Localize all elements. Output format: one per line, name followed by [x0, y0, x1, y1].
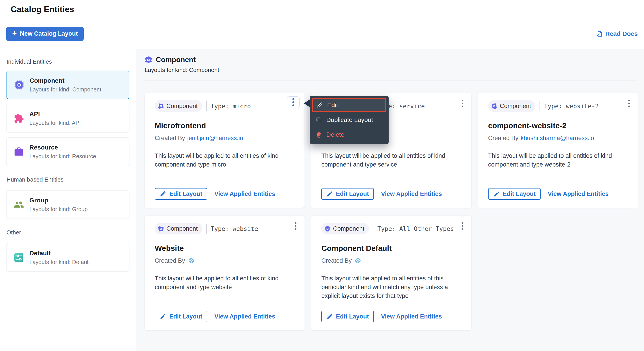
- component-chip-icon: [158, 103, 164, 109]
- created-by-link[interactable]: khushi.sharma@harness.io: [521, 135, 594, 142]
- group-people-icon: [14, 199, 24, 210]
- type-text: Type: micro: [211, 103, 251, 110]
- view-applied-entities-link[interactable]: View Applied Entities: [381, 313, 442, 320]
- sidebar: Individual Entities Component Layouts fo…: [0, 49, 136, 351]
- sidebar-item-default[interactable]: Default Layouts for kind: Default: [6, 243, 130, 272]
- panel-heading: Component: [145, 56, 638, 64]
- kind-badge: Component: [155, 223, 202, 234]
- panel-subtitle: Layouts for kind: Component: [145, 66, 638, 73]
- section-label-individual-entities: Individual Entities: [6, 58, 130, 65]
- edit-layout-button[interactable]: Edit Layout: [488, 188, 541, 200]
- menu-item-delete[interactable]: Delete: [312, 128, 386, 142]
- sidebar-item-title: API: [29, 110, 81, 118]
- section-label-other: Other: [6, 229, 130, 236]
- layout-description: This layout will be applied to all entit…: [155, 152, 294, 169]
- sidebar-item-component[interactable]: Component Layouts for kind: Component: [6, 71, 130, 99]
- sidebar-item-subtitle: Layouts for kind: API: [29, 120, 81, 126]
- component-chip-icon: [491, 103, 497, 109]
- read-docs-label: Read Docs: [605, 30, 638, 37]
- view-applied-entities-link[interactable]: View Applied Entities: [381, 191, 442, 197]
- kind-badge-label: Component: [166, 103, 198, 110]
- kind-badge: Component: [488, 100, 536, 112]
- layout-card-component-default: Component Type: All Other Types Componen…: [311, 216, 471, 330]
- card-menu-button[interactable]: [287, 96, 300, 108]
- divider: [206, 101, 207, 111]
- created-by-link[interactable]: jenil.jain@harness.io: [187, 135, 243, 142]
- pencil-icon: [493, 191, 500, 197]
- kind-badge: Component: [155, 100, 202, 112]
- kind-badge-label: Component: [166, 225, 198, 232]
- layout-description: This layout will be applied to all entit…: [321, 274, 461, 300]
- sidebar-item-subtitle: Layouts for kind: Default: [29, 259, 90, 265]
- new-catalog-layout-button[interactable]: + New Catalog Layout: [6, 27, 84, 41]
- resource-bag-icon: [14, 147, 24, 157]
- edit-layout-button[interactable]: Edit Layout: [321, 188, 374, 200]
- edit-layout-button[interactable]: Edit Layout: [155, 311, 207, 322]
- sidebar-item-api[interactable]: API Layouts for kind: API: [6, 104, 130, 132]
- component-chip-icon: [14, 80, 24, 90]
- created-by-row: Created By jenil.jain@harness.io: [155, 134, 294, 143]
- sidebar-item-resource[interactable]: Resource Layouts for kind: Resource: [6, 137, 130, 166]
- top-title-bar: Catalog Entities: [0, 0, 644, 19]
- harness-logo-icon: [354, 257, 362, 265]
- new-catalog-layout-label: New Catalog Layout: [20, 30, 78, 37]
- sidebar-item-subtitle: Layouts for kind: Resource: [29, 153, 96, 160]
- document-export-icon: [596, 30, 602, 37]
- layout-card-component-website-2: Component Type: website-2 component-webs…: [478, 93, 638, 208]
- menu-item-duplicate-layout[interactable]: Duplicate Layout: [312, 113, 386, 127]
- sidebar-item-title: Component: [30, 77, 101, 84]
- divider: [206, 224, 207, 234]
- card-menu-button[interactable]: [627, 98, 631, 108]
- edit-layout-button[interactable]: Edit Layout: [155, 188, 207, 200]
- layout-cards-grid: Component Type: micro Microfrontend Crea…: [145, 93, 638, 330]
- pencil-icon: [326, 313, 333, 320]
- sidebar-item-title: Default: [29, 250, 90, 257]
- card-menu-button[interactable]: [294, 221, 298, 231]
- api-puzzle-icon: [14, 113, 24, 123]
- component-chip-icon: [324, 226, 330, 232]
- layout-card-website: Component Type: website Website Created …: [145, 216, 304, 330]
- menu-item-edit[interactable]: Edit: [312, 98, 386, 112]
- view-applied-entities-link[interactable]: View Applied Entities: [214, 191, 275, 197]
- layout-description: This layout will be applied to all entit…: [321, 152, 461, 169]
- section-label-human-based-entities: Human based Entities: [6, 176, 130, 183]
- type-text: Type: website-2: [544, 103, 599, 110]
- layout-title: component-website-2: [488, 121, 628, 130]
- kind-badge-label: Component: [500, 103, 531, 110]
- sidebar-item-title: Group: [29, 197, 88, 204]
- created-by-row: Created By: [155, 256, 294, 265]
- component-chip-icon: [145, 56, 152, 64]
- pencil-icon: [326, 191, 333, 197]
- card-menu-button[interactable]: [460, 98, 464, 108]
- sidebar-item-group[interactable]: Group Layouts for kind: Group: [6, 190, 130, 219]
- default-layout-icon: [14, 252, 24, 263]
- view-applied-entities-link[interactable]: View Applied Entities: [548, 191, 609, 197]
- trash-icon: [316, 131, 322, 138]
- card-context-menu: Edit Duplicate Layout Delete: [310, 96, 388, 144]
- content-area: Individual Entities Component Layouts fo…: [0, 49, 644, 351]
- created-by-label: Created By: [155, 135, 185, 142]
- kind-badge: Component: [321, 223, 369, 234]
- layout-title: Component Default: [321, 244, 461, 253]
- view-applied-entities-link[interactable]: View Applied Entities: [214, 313, 275, 320]
- plus-icon: +: [12, 29, 17, 37]
- sidebar-item-subtitle: Layouts for kind: Component: [30, 86, 101, 93]
- layout-description: This layout will be applied to all entit…: [155, 274, 294, 292]
- sidebar-item-subtitle: Layouts for kind: Group: [29, 206, 88, 213]
- created-by-row: Created By: [321, 256, 461, 265]
- created-by-label: Created By: [155, 257, 185, 264]
- harness-logo-icon: [187, 257, 195, 265]
- card-menu-button[interactable]: [460, 221, 464, 231]
- created-by-label: Created By: [321, 257, 352, 264]
- layout-title: Microfrontend: [155, 121, 294, 130]
- created-by-label: Created By: [488, 135, 518, 142]
- edit-layout-button[interactable]: Edit Layout: [321, 311, 374, 322]
- created-by-row: Created By khushi.sharma@harness.io: [488, 134, 628, 143]
- read-docs-link[interactable]: Read Docs: [596, 30, 638, 37]
- pencil-icon: [316, 102, 323, 108]
- type-text: Type: All Other Types: [378, 225, 454, 232]
- layout-title: Website: [155, 244, 294, 253]
- main-panel: Component Layouts for kind: Component Co…: [136, 49, 644, 351]
- panel-divider: [145, 80, 638, 80]
- type-text: Type: website: [211, 225, 258, 232]
